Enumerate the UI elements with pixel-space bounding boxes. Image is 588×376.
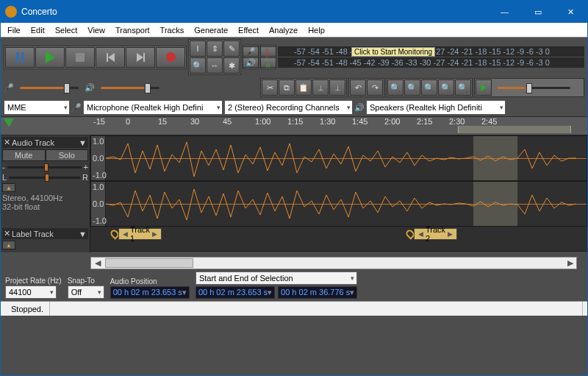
gain-plus: + [84, 163, 88, 171]
scroll-right-button[interactable]: ▶ [564, 258, 576, 268]
timeline-scale[interactable]: -15 0 15 30 45 1:00 1:15 1:30 1:45 2:00 … [90, 117, 587, 135]
zoom-toggle-button[interactable]: 🔍 [455, 79, 471, 96]
skip-start-button[interactable] [96, 47, 125, 68]
tl-tick: 2:45 [481, 117, 514, 126]
project-rate-label: Project Rate (Hz) [5, 277, 62, 285]
menu-tracks[interactable]: Tracks [155, 24, 190, 36]
selection-start-value[interactable]: 00 h 02 m 23.653 s▾ [196, 286, 275, 299]
record-button[interactable] [156, 47, 185, 68]
scrub-speed-slider[interactable] [497, 80, 570, 95]
skip-end-button[interactable] [126, 47, 155, 68]
waveform-left[interactable]: 1.00.0-1.0 [90, 135, 587, 181]
track-collapse-button[interactable]: ▲ [2, 183, 15, 192]
menu-transport[interactable]: Transport [110, 24, 155, 36]
menu-view[interactable]: View [82, 24, 110, 36]
menu-effect[interactable]: Effect [233, 24, 264, 36]
stop-button[interactable] [65, 47, 95, 68]
fit-selection-button[interactable]: 🔍 [421, 79, 437, 96]
window-title: Concerto [21, 7, 488, 17]
project-rate-field: Project Rate (Hz) 44100 [5, 277, 62, 299]
recording-device-combo[interactable]: Microphone (Realtek High Defini [83, 100, 223, 115]
menu-help[interactable]: Help [303, 24, 330, 36]
zoom-out-button[interactable]: 🔍 [404, 79, 420, 96]
project-rate-combo[interactable]: 44100 [5, 285, 57, 299]
maximize-button[interactable]: ▭ [521, 1, 554, 23]
timeshift-tool[interactable]: ↔ [207, 57, 223, 74]
track-bits: 32-bit float [2, 202, 88, 211]
tl-tick: 0 [126, 117, 158, 126]
zoom-tool[interactable]: 🔍 [190, 57, 206, 74]
menu-generate[interactable]: Generate [189, 24, 233, 36]
label-track-menu[interactable]: ▼ [79, 230, 87, 238]
selection-toolbar: Project Rate (Hz) 44100 Snap-To Off Audi… [1, 269, 587, 301]
minimize-button[interactable]: — [488, 1, 521, 23]
recording-volume-slider[interactable] [20, 80, 79, 95]
label-tag[interactable]: Track 2 [414, 228, 457, 240]
cut-button[interactable]: ✂ [262, 79, 278, 96]
label-marker-2[interactable]: Track 2 [406, 230, 414, 238]
waveform-right[interactable]: 1.00.0-1.0 [90, 181, 587, 227]
redo-button[interactable]: ↷ [367, 79, 383, 96]
recording-meter[interactable]: -57 -54 -51 -48 -45 -42 -39 -36 -33 -30 … [278, 46, 584, 57]
playback-device-combo[interactable]: Speakers (Realtek High Definiti [366, 100, 506, 115]
track-menu-button[interactable]: ▼ [79, 138, 87, 147]
label-tag[interactable]: Track 1 [118, 228, 162, 240]
tl-tick: 2:30 [449, 117, 481, 126]
mic-icon: 🎤 [4, 83, 14, 93]
track-name[interactable]: Audio Track [12, 138, 54, 147]
paste-button[interactable]: 📋 [295, 79, 312, 96]
record-icon [166, 52, 176, 62]
selection-tool[interactable]: I [190, 40, 206, 57]
playback-volume-slider[interactable] [101, 80, 159, 95]
label-track-panel: ✕Label Track▼ ▲ [1, 227, 90, 252]
play-button[interactable] [35, 47, 65, 68]
fit-project-button[interactable]: 🔍 [438, 79, 454, 96]
playback-meter[interactable]: -57 -54 -51 -48 -45 -42 -39 -36 -33 -30 … [278, 57, 584, 68]
timeline-ruler[interactable]: -15 0 15 30 45 1:00 1:15 1:30 1:45 2:00 … [1, 116, 587, 135]
menu-file[interactable]: File [2, 24, 26, 36]
toolbar-top: I ⇕ ✎ 🔍 ↔ ✱ 🎤 🔊 LR LR -57 -54 -51 -48 -4… [1, 38, 587, 77]
label-marker-1[interactable]: Track 1 [111, 230, 118, 238]
label-track-name[interactable]: Label Track [12, 230, 54, 238]
mute-button[interactable]: Mute [2, 149, 46, 161]
label-track-close[interactable]: ✕ [4, 229, 10, 238]
snap-to-combo[interactable]: Off [68, 285, 104, 299]
audio-track-body[interactable]: 1.00.0-1.0 1.00.0-1.0 [90, 135, 587, 227]
scroll-thumb[interactable] [105, 258, 193, 268]
silence-button[interactable]: ⟂ [329, 79, 345, 96]
menu-analyze[interactable]: Analyze [264, 24, 303, 36]
menu-edit[interactable]: Edit [26, 24, 50, 36]
undo-button[interactable]: ↶ [350, 79, 366, 96]
rec-meter-button[interactable]: 🎤 [243, 46, 259, 57]
recording-channels-combo[interactable]: 2 (Stereo) Recording Channels [224, 100, 353, 115]
solo-button[interactable]: Solo [46, 149, 89, 161]
multi-tool[interactable]: ✱ [223, 57, 240, 74]
horizontal-scrollbar[interactable]: ◀ ▶ [90, 257, 577, 269]
selection-mode-combo[interactable]: Start and End of Selection [196, 272, 357, 285]
menu-select[interactable]: Select [50, 24, 83, 36]
draw-tool[interactable]: ✎ [223, 40, 240, 57]
audio-position-value[interactable]: 00 h 02 m 23.653 s▾ [110, 286, 190, 299]
pan-slider[interactable] [9, 177, 80, 179]
scrub-play-button[interactable] [476, 79, 492, 96]
label-track-body[interactable]: Track 1 Track 2 [90, 227, 587, 252]
close-button[interactable]: ✕ [554, 1, 587, 23]
trim-button[interactable]: ⟂ [312, 79, 329, 96]
label-track-collapse[interactable]: ▲ [2, 241, 15, 249]
zoom-in-button[interactable]: 🔍 [387, 79, 404, 96]
track-close-button[interactable]: ✕ [4, 138, 10, 147]
selection-end-value[interactable]: 00 h 02 m 36.776 s▾ [278, 286, 357, 299]
amp-scale-right: 1.00.0-1.0 [91, 182, 106, 226]
pause-button[interactable] [5, 47, 35, 68]
tl-tick: 30 [190, 117, 223, 126]
play-meter-button[interactable]: 🔊 [243, 57, 259, 68]
play-meter-ticks: -57 -54 -51 -48 -45 -42 -39 -36 -33 -30 … [294, 58, 550, 67]
scroll-left-button[interactable]: ◀ [91, 258, 104, 268]
gain-slider[interactable] [7, 166, 82, 169]
envelope-tool[interactable]: ⇕ [207, 40, 223, 57]
copy-button[interactable]: ⧉ [279, 79, 295, 96]
app-icon [5, 6, 17, 18]
audio-host-combo[interactable]: MME [4, 100, 70, 115]
timeline-head[interactable] [1, 117, 90, 135]
play-lr-indicator: LR [260, 57, 276, 68]
